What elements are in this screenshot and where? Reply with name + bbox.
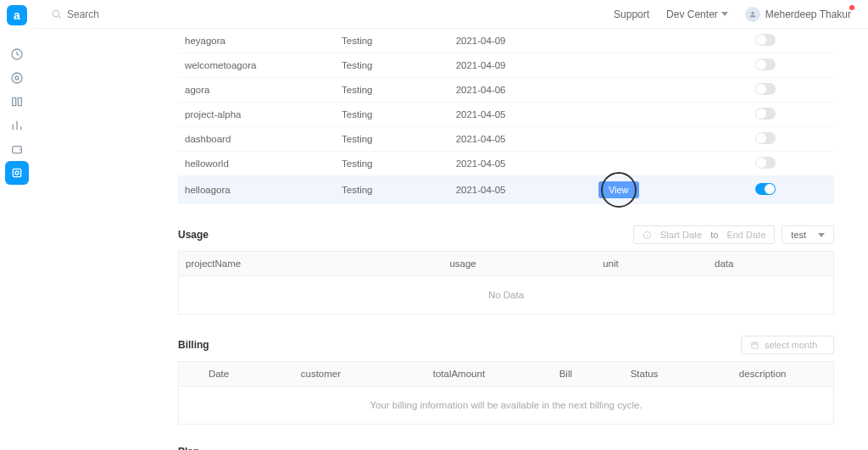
usage-select[interactable]: test (782, 225, 834, 244)
main-content: heyagoraTesting2021-04-09welcometoagoraT… (42, 29, 868, 450)
project-stage: Testing (335, 103, 449, 127)
billing-col: description (692, 362, 833, 386)
project-date: 2021-04-09 (449, 53, 592, 78)
user-menu[interactable]: Meherdeep Thakur (745, 7, 851, 22)
dev-center-link[interactable]: Dev Center (666, 8, 728, 20)
header-right: Support Dev Center Meherdeep Thakur (614, 7, 851, 22)
project-name: dashboard (178, 127, 335, 152)
project-date: 2021-04-06 (449, 78, 592, 103)
svg-point-7 (751, 11, 754, 14)
project-action (592, 127, 748, 152)
sidebar-target-icon[interactable] (5, 66, 29, 90)
project-stage: Testing (335, 78, 449, 103)
project-date: 2021-04-05 (449, 103, 592, 127)
project-stage: Testing (335, 152, 449, 176)
project-date: 2021-04-05 (449, 152, 592, 176)
usage-table: projectNameusageunitdata No Data (178, 251, 834, 314)
sidebar-wallet-icon[interactable] (5, 137, 29, 161)
billing-col: Date (179, 362, 259, 386)
project-row: project-alphaTesting2021-04-05 (178, 103, 834, 127)
project-toggle[interactable] (755, 83, 776, 95)
user-name: Meherdeep Thakur (765, 8, 851, 20)
project-name: helloagora (178, 176, 335, 204)
project-row: heyagoraTesting2021-04-09 (178, 29, 834, 53)
billing-month-picker[interactable]: select month (741, 336, 834, 354)
dev-center-label: Dev Center (666, 8, 718, 20)
project-toggle[interactable] (755, 34, 776, 46)
avatar-icon (745, 7, 760, 22)
billing-section: Billing select month DatecustomertotalAm… (178, 336, 834, 425)
support-link[interactable]: Support (614, 8, 649, 20)
project-action (592, 53, 748, 78)
project-stage: Testing (335, 176, 449, 204)
usage-section: Usage Start Date to End Date test projec… (178, 225, 834, 314)
svg-point-6 (53, 10, 59, 17)
sidebar-chart-icon[interactable] (5, 114, 29, 137)
usage-col: usage (442, 252, 596, 276)
notification-dot-icon (849, 5, 854, 10)
project-toggle[interactable] (755, 108, 776, 119)
usage-col: projectName (179, 252, 443, 276)
project-row: welcometoagoraTesting2021-04-09 (178, 53, 834, 78)
project-action (592, 78, 748, 103)
project-toggle-cell (748, 127, 834, 152)
project-row: dashboardTesting2021-04-05 (178, 127, 834, 152)
project-toggle[interactable] (755, 58, 776, 70)
plan-section: Plan Starting at $.04/Min. See Bose Pinp… (178, 446, 834, 450)
project-toggle-cell (748, 53, 834, 78)
svg-point-2 (15, 76, 19, 80)
project-action (592, 29, 748, 53)
project-toggle[interactable] (755, 132, 776, 144)
view-button[interactable]: View (598, 181, 639, 198)
billing-col: totalAmount (383, 362, 535, 386)
project-date: 2021-04-09 (449, 29, 592, 53)
plan-title: Plan (178, 446, 199, 450)
project-toggle[interactable] (755, 157, 776, 169)
usage-title: Usage (178, 229, 209, 241)
chevron-down-icon (818, 233, 825, 237)
billing-table: DatecustomertotalAmountBillStatusdescrip… (178, 361, 834, 425)
project-action: View (592, 176, 748, 204)
date-to-label: to (710, 230, 718, 240)
sidebar-book-icon[interactable] (5, 90, 29, 114)
usage-controls: Start Date to End Date test (633, 225, 834, 244)
sidebar-clock-icon[interactable] (5, 42, 29, 66)
usage-col: data (708, 252, 833, 276)
project-action (592, 103, 748, 127)
header: Support Dev Center Meherdeep Thakur (0, 0, 868, 29)
project-row: agoraTesting2021-04-06 (178, 78, 834, 103)
projects-table: heyagoraTesting2021-04-09welcometoagoraT… (178, 29, 834, 204)
search-icon (51, 8, 62, 19)
project-date: 2021-04-05 (449, 127, 592, 152)
project-row: helloagoraTesting2021-04-05View (178, 176, 834, 204)
project-toggle[interactable] (755, 183, 776, 195)
chevron-down-icon (721, 12, 728, 16)
project-toggle-cell (748, 29, 834, 53)
project-action (592, 152, 748, 176)
sidebar-app-icon[interactable] (5, 161, 29, 185)
project-toggle-cell (748, 78, 834, 103)
calendar-icon (750, 341, 760, 350)
project-toggle-cell (748, 103, 834, 127)
info-icon (643, 231, 652, 240)
project-stage: Testing (335, 127, 449, 152)
svg-point-1 (12, 73, 22, 83)
sidebar: a (0, 0, 34, 450)
project-stage: Testing (335, 29, 449, 53)
svg-point-5 (15, 171, 19, 175)
project-toggle-cell (748, 176, 834, 204)
date-range-picker[interactable]: Start Date to End Date (633, 225, 776, 244)
project-row: helloworldTesting2021-04-05 (178, 152, 834, 176)
project-name: welcometoagora (178, 53, 335, 78)
project-name: project-alpha (178, 103, 335, 127)
svg-rect-4 (13, 169, 20, 176)
project-name: helloworld (178, 152, 335, 176)
svg-rect-9 (752, 342, 758, 348)
billing-title: Billing (178, 339, 209, 351)
billing-col: customer (259, 362, 383, 386)
search-input[interactable] (67, 8, 236, 20)
billing-col: Bill (535, 362, 597, 386)
end-date-placeholder: End Date (726, 230, 765, 240)
start-date-placeholder: Start Date (660, 230, 703, 240)
logo[interactable]: a (7, 5, 27, 25)
